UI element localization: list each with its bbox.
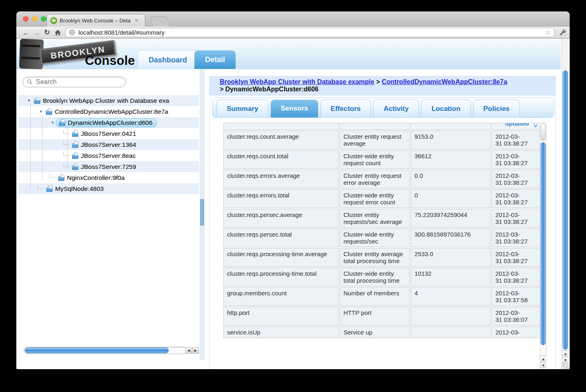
panel-divider-scrollbar[interactable] [200, 69, 205, 360]
expand-icon[interactable]: ▾ [26, 98, 32, 103]
tree-item-dynamic-cluster-selected[interactable]: ▾ DynamicWebAppCluster:d606 [18, 117, 199, 128]
sensor-name: cluster.reqs.persec.average [223, 209, 339, 228]
tree-item-jboss-1364[interactable]: JBoss7Server:1364 [18, 139, 199, 150]
browser-window: Brooklyn Web Console – Deta × ← → ↻ ☆ [16, 11, 570, 369]
sidebar-horizontal-scrollbar[interactable] [24, 347, 188, 354]
sensor-name: cluster.reqs.errors.total [223, 189, 339, 208]
wrench-menu-icon[interactable] [559, 29, 566, 36]
reload-icon[interactable]: ↻ [42, 27, 52, 38]
window-titlebar: Brooklyn Web Console – Deta × [16, 11, 570, 27]
tree-connector [63, 163, 69, 167]
window-resize-grip[interactable] [562, 363, 569, 369]
browser-tab-title: Brooklyn Web Console – Deta [60, 18, 132, 24]
tree-item-jboss-7259[interactable]: JBoss7Server:7259 [18, 161, 199, 172]
tab-summary[interactable]: Summary [216, 100, 268, 117]
tree-item-label: NginxController:9f0a [67, 174, 125, 182]
table-scrollbar-thumb[interactable] [541, 142, 546, 345]
tab-dashboard[interactable]: Dashboard [138, 50, 198, 69]
back-icon[interactable]: ← [20, 27, 31, 38]
tab-detail[interactable]: Detail [194, 50, 236, 69]
search-icon [27, 79, 33, 85]
window-scroll-down-icon[interactable]: ▼ [562, 357, 568, 363]
entity-icon [58, 119, 66, 126]
sensor-value: 10132 [411, 268, 491, 286]
tree-item-mysql[interactable]: MySqlNode:4803 [18, 183, 199, 194]
brooklyn-favicon-icon [50, 17, 57, 24]
tree-item-jboss-0421[interactable]: JBoss7Server:0421 [18, 128, 199, 139]
tree-item-label: JBoss7Server:1364 [81, 141, 136, 148]
forward-icon[interactable]: → [31, 27, 42, 38]
minimize-window-button[interactable] [32, 16, 38, 22]
sensor-name: cluster.reqs.count.average [223, 131, 339, 149]
home-icon[interactable] [52, 29, 63, 36]
sensor-updated: 2012-03-31 03:38:27 [492, 131, 540, 149]
window-scrollbar-thumb[interactable] [563, 71, 568, 350]
new-tab-button[interactable] [149, 16, 170, 27]
table-row: cluster.reqs.processing-time.total Clust… [223, 268, 540, 286]
search-input[interactable] [36, 78, 121, 86]
address-bar[interactable]: ☆ [65, 28, 555, 37]
tab-activity[interactable]: Activity [373, 100, 419, 117]
tab-sensors[interactable]: Sensors [271, 100, 318, 117]
tree-item-controlled-cluster[interactable]: ▾ ControlledDynamicWebAppCluster:8e7a [18, 106, 199, 117]
sensor-value: 36612 [411, 150, 491, 169]
app-header: BROOKLYN Console Dashboard Detail [16, 39, 561, 69]
close-window-button[interactable] [23, 16, 29, 22]
tree-item-jboss-8eac[interactable]: JBoss7Server:8eac [18, 150, 199, 161]
search-box[interactable] [22, 77, 126, 87]
table-row: cluster.reqs.persec.total Cluster-wide e… [223, 228, 540, 247]
sensor-description: Cluster entity requests/sec average [340, 209, 410, 228]
sensor-value [411, 326, 491, 338]
table-row: cluster.reqs.count.average Cluster entit… [223, 131, 540, 149]
sensor-value: 0.0 [411, 170, 491, 188]
window-scroll-up-icon[interactable]: ▲ [562, 350, 568, 357]
sensor-name: cluster.reqs.persec.total [223, 228, 339, 247]
table-header-row: updated [223, 123, 540, 130]
scroll-left-icon[interactable]: ◀ [185, 347, 192, 354]
tree-connector [38, 185, 43, 189]
table-scroll-up-icon[interactable]: ▲ [540, 356, 546, 362]
horizontal-scrollbar-thumb[interactable] [25, 348, 169, 353]
table-row: cluster.reqs.count.total Cluster-wide en… [223, 150, 540, 169]
header-updated[interactable]: updated [492, 123, 540, 130]
sensor-updated: 2012-03-31 03:38:27 [492, 209, 540, 228]
scroll-right-icon[interactable]: ▶ [192, 347, 199, 354]
table-scrollbar[interactable]: ▲ ▼ [540, 122, 546, 368]
table-row-partial: service.isUp Service up 2012-03- [223, 326, 540, 338]
tree-connector [63, 130, 69, 134]
divider-scrollbar-thumb[interactable] [200, 199, 204, 226]
close-tab-icon[interactable]: × [135, 18, 138, 23]
browser-tab[interactable]: Brooklyn Web Console – Deta × [47, 14, 145, 27]
table-scroll-down-icon[interactable]: ▼ [540, 362, 546, 368]
breadcrumb-current-prefix: > [220, 86, 225, 93]
tree-item-nginx[interactable]: NginxController:9f0a [18, 172, 199, 183]
expand-icon[interactable]: ▾ [49, 120, 56, 125]
table-row: group.members.count Number of members 4 … [223, 287, 540, 306]
sensor-value: 300.8815897036176 [411, 228, 491, 247]
sensor-description: Number of members [340, 287, 410, 306]
table-row: cluster.reqs.processing-time.average Clu… [223, 248, 540, 267]
header-value [411, 123, 491, 130]
tab-effectors[interactable]: Effectors [321, 100, 371, 117]
sensor-updated: 2012-03-31 03:38:27 [492, 268, 540, 286]
window-scrollbar[interactable]: ▲ ▼ [561, 39, 569, 369]
breadcrumb-current: DynamicWebAppCluster:d606 [225, 86, 319, 93]
selected-tree-item[interactable]: DynamicWebAppCluster:d606 [56, 118, 157, 127]
sensor-updated: 2012-03-31 03:38:27 [492, 189, 540, 208]
url-input[interactable] [78, 29, 541, 36]
tree-item-application[interactable]: ▾ Brooklyn WebApp Cluster with Database … [18, 95, 199, 106]
breadcrumb-link-application[interactable]: Brooklyn WebApp Cluster with Database ex… [220, 78, 374, 85]
sensor-name: cluster.reqs.processing-time.total [223, 268, 339, 286]
sensor-name: service.isUp [223, 326, 339, 338]
tab-policies[interactable]: Policies [473, 100, 520, 117]
sensor-description: Cluster entity request average [340, 131, 410, 149]
tab-location[interactable]: Location [421, 100, 471, 117]
zoom-window-button[interactable] [41, 16, 47, 22]
sort-descending-icon [533, 124, 538, 128]
expand-icon[interactable]: ▾ [38, 109, 44, 114]
bookmark-star-icon[interactable]: ☆ [545, 28, 551, 37]
browser-toolbar: ← → ↻ ☆ [16, 27, 570, 39]
table-row: cluster.reqs.persec.average Cluster enti… [223, 209, 540, 228]
tree-connector [63, 141, 69, 145]
breadcrumb-link-controlled-cluster[interactable]: ControlledDynamicWebAppCluster:8e7a [382, 78, 507, 85]
